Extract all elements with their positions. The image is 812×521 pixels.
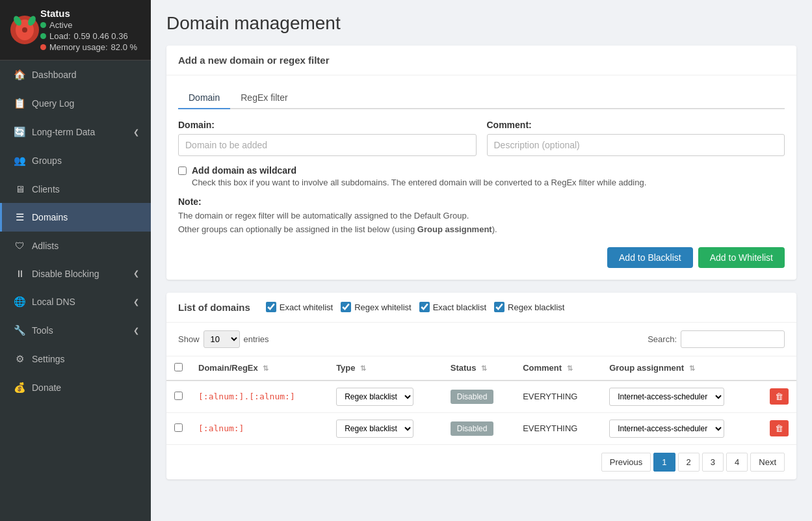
- note-bold: Group assignment: [417, 224, 492, 234]
- delete-button[interactable]: 🗑: [770, 388, 789, 405]
- sidebar-item-domains[interactable]: ☰ Domains: [0, 203, 151, 232]
- query-log-icon: 📋: [14, 98, 25, 109]
- comment-field-group: Comment:: [487, 120, 785, 156]
- sidebar-item-clients[interactable]: 🖥 Clients: [0, 175, 151, 203]
- filter-exact-whitelist[interactable]: Exact whitelist: [266, 302, 333, 312]
- domain-input[interactable]: [178, 134, 477, 156]
- domains-table: Domain/RegEx ⇅ Type ⇅ Status ⇅ Comment ⇅: [166, 356, 796, 445]
- sidebar-item-dashboard[interactable]: 🏠 Dashboard: [0, 60, 151, 89]
- comment-cell: EVERYTHING: [515, 381, 601, 413]
- status-title: Status: [40, 8, 137, 19]
- delete-cell: 🗑: [762, 412, 796, 444]
- group-select[interactable]: Internet-access-scheduler: [609, 420, 724, 438]
- sort-icon: ⇅: [481, 364, 487, 372]
- disable-blocking-icon: ⏸: [14, 268, 25, 279]
- status-cell: Disabled: [443, 412, 515, 444]
- page-4-button[interactable]: 4: [726, 453, 748, 472]
- show-entries: Show 10 25 50 100 entries: [178, 330, 269, 348]
- domains-list-header: List of domains Exact whitelist Regex wh…: [166, 293, 796, 323]
- memory-label: Memory usage:: [49, 42, 108, 52]
- row-checkbox-cell: [166, 412, 190, 444]
- group-select[interactable]: Internet-access-scheduler: [609, 388, 724, 406]
- domains-list-title: List of domains: [178, 302, 250, 313]
- sidebar-item-long-term-data[interactable]: 🔄 Long-term Data ❮: [0, 118, 151, 146]
- active-dot: [40, 22, 46, 28]
- filter-exact-whitelist-checkbox[interactable]: [266, 302, 276, 312]
- row-checkbox[interactable]: [174, 392, 183, 400]
- delete-button[interactable]: 🗑: [770, 420, 789, 436]
- filter-exact-blacklist-checkbox[interactable]: [419, 302, 430, 312]
- sidebar-item-adlists[interactable]: 🛡 Adlists: [0, 232, 151, 260]
- note-text3: ).: [492, 224, 497, 234]
- tab-domain[interactable]: Domain: [178, 87, 230, 109]
- sidebar-item-label: Donate: [32, 382, 61, 393]
- filter-regex-blacklist[interactable]: Regex blacklist: [494, 302, 564, 312]
- table-row: [:alnum:] Regex blacklist Exact blacklis…: [166, 412, 796, 444]
- delete-cell: 🗑: [762, 381, 796, 413]
- sidebar-item-query-log[interactable]: 📋 Query Log: [0, 89, 151, 118]
- wildcard-checkbox[interactable]: [178, 167, 187, 175]
- show-label: Show: [178, 334, 200, 344]
- wildcard-desc: Check this box if you want to involve al…: [192, 178, 646, 187]
- tab-regex-filter[interactable]: RegEx filter: [230, 87, 298, 109]
- sidebar-item-groups[interactable]: 👥 Groups: [0, 146, 151, 175]
- type-select[interactable]: Regex blacklist Exact blacklist Exact wh…: [336, 420, 413, 438]
- pagination: Previous 1 2 3 4 Next: [166, 445, 796, 479]
- select-all-checkbox[interactable]: [174, 363, 183, 371]
- page-3-button[interactable]: 3: [702, 453, 724, 472]
- sidebar-item-donate[interactable]: 💰 Donate: [0, 373, 151, 402]
- sidebar-item-settings[interactable]: ⚙ Settings: [0, 345, 151, 373]
- memory-dot: [40, 44, 46, 50]
- filter-exact-whitelist-label: Exact whitelist: [280, 302, 333, 312]
- th-type: Type ⇅: [328, 356, 443, 381]
- sidebar: Status Active Load: 0.59 0.46 0.36 Memor…: [0, 0, 151, 521]
- note-section: Note: The domain or regex filter will be…: [178, 196, 785, 237]
- page-title: Domain management: [166, 13, 796, 34]
- entries-label: entries: [244, 334, 269, 344]
- table-controls: Show 10 25 50 100 entries Search:: [166, 323, 796, 356]
- th-domain-regex: Domain/RegEx ⇅: [190, 356, 328, 381]
- sidebar-item-label: Dashboard: [32, 70, 77, 80]
- filter-exact-blacklist[interactable]: Exact blacklist: [419, 302, 486, 312]
- page-1-button[interactable]: 1: [653, 453, 675, 472]
- sidebar-item-label: Long-term Data: [32, 127, 95, 137]
- table-body: [:alnum:].[:alnum:] Regex blacklist Exac…: [166, 381, 796, 445]
- domain-link[interactable]: [:alnum:]: [198, 423, 244, 433]
- sidebar-item-disable-blocking[interactable]: ⏸ Disable Blocking ❮: [0, 260, 151, 287]
- comment-input[interactable]: [487, 134, 785, 156]
- add-to-blacklist-button[interactable]: Add to Blacklist: [607, 247, 693, 268]
- filter-regex-whitelist-checkbox[interactable]: [341, 302, 351, 312]
- row-checkbox[interactable]: [174, 423, 183, 432]
- long-term-icon: 🔄: [14, 126, 25, 138]
- wildcard-label: Add domain as wildcard: [192, 165, 646, 176]
- next-button[interactable]: Next: [750, 453, 785, 472]
- filter-regex-whitelist[interactable]: Regex whitelist: [341, 302, 411, 312]
- page-2-button[interactable]: 2: [678, 453, 700, 472]
- domain-label: Domain:: [178, 120, 477, 130]
- chevron-right-icon: ❮: [133, 327, 139, 335]
- main-content: Domain management Add a new domain or re…: [151, 0, 812, 521]
- raspberry-pi-logo: [9, 14, 40, 46]
- dashboard-icon: 🏠: [14, 69, 25, 81]
- sidebar-item-local-dns[interactable]: 🌐 Local DNS ❮: [0, 287, 151, 316]
- group-cell: Internet-access-scheduler: [601, 381, 762, 413]
- sidebar-item-label: Adlists: [32, 241, 59, 251]
- wildcard-row: Add domain as wildcard Check this box if…: [178, 165, 785, 187]
- domain-cell: [:alnum:]: [190, 412, 328, 444]
- status-button[interactable]: Disabled: [451, 390, 494, 404]
- filter-regex-blacklist-checkbox[interactable]: [494, 302, 504, 312]
- local-dns-icon: 🌐: [14, 296, 25, 308]
- type-select[interactable]: Regex blacklist Exact blacklist Exact wh…: [336, 388, 413, 406]
- add-to-whitelist-button[interactable]: Add to Whitelist: [698, 247, 785, 268]
- domain-link[interactable]: [:alnum:].[:alnum:]: [198, 392, 295, 401]
- show-entries-select[interactable]: 10 25 50 100: [203, 330, 240, 348]
- type-cell: Regex blacklist Exact blacklist Exact wh…: [328, 381, 443, 413]
- chevron-right-icon: ❮: [133, 128, 139, 137]
- chevron-right-icon: ❮: [133, 298, 139, 306]
- donate-icon: 💰: [14, 382, 25, 394]
- status-button[interactable]: Disabled: [451, 421, 494, 436]
- search-box: Search:: [648, 330, 785, 348]
- search-input[interactable]: [681, 330, 785, 348]
- sidebar-item-tools[interactable]: 🔧 Tools ❮: [0, 316, 151, 345]
- previous-button[interactable]: Previous: [601, 453, 651, 472]
